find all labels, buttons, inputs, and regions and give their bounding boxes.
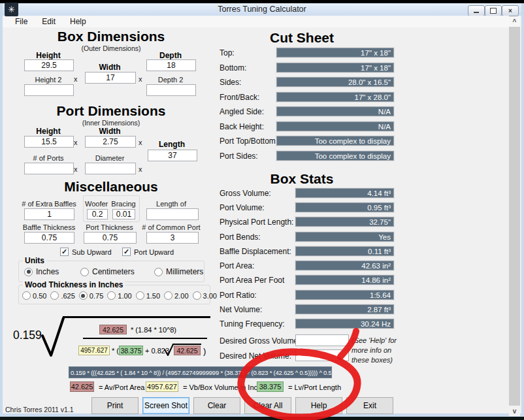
box-depth-label: Depth — [146, 51, 195, 60]
radio-wood-150[interactable]: 1.50 — [136, 291, 160, 300]
radio-dot-icon — [154, 268, 163, 276]
radio-centimeters[interactable]: Centimeters — [80, 267, 135, 276]
units-group-title: Units — [23, 256, 46, 265]
port-width-input[interactable] — [85, 136, 136, 148]
radio-wood-200[interactable]: 2.00 — [164, 291, 188, 300]
legend-av-box: 42.625 — [70, 381, 94, 392]
box-stats-row-label: Port Ratio: — [220, 291, 257, 300]
print-button[interactable]: Print — [91, 397, 139, 414]
radio-wood-625[interactable]: .625 — [50, 291, 74, 300]
window-right-border — [521, 3, 524, 417]
radio-millimeters[interactable]: Millimeters — [154, 267, 203, 276]
window-title: Torres Tuning Calculator — [3, 5, 521, 14]
port-dimensions-subtitle: (Inner Dimensions) — [20, 119, 203, 127]
cut-sheet-row-value: 28.0" x 16.5" — [276, 77, 394, 87]
port-upward-checkbox[interactable]: ✓ Port Upward — [122, 248, 174, 256]
legend-vb-label: = Vb/Box Volume in Inches — [183, 383, 269, 391]
window-left-border — [0, 3, 3, 417]
radio-wood-300[interactable]: 3.00 — [193, 291, 217, 300]
box-stats-row-label: Port Bends: — [220, 233, 261, 242]
maximize-button[interactable] — [485, 5, 502, 16]
screen-shot-button[interactable]: Screen Shot — [142, 397, 189, 414]
baffle-thickness-input[interactable] — [24, 232, 74, 244]
multiply-sign: x — [74, 165, 78, 173]
miscellaneous-title: Miscellaneous — [20, 179, 203, 195]
bracing-input[interactable] — [112, 209, 135, 219]
num-ports-input[interactable] — [24, 163, 74, 174]
scrollbar-track[interactable] — [509, 27, 520, 406]
wood-thickness-group: Wood Thickness in Inches 0.50 .625 0.75 … — [18, 285, 210, 304]
menu-bar: File Edit Help — [3, 16, 509, 27]
cut-sheet-row-value: N/A — [276, 106, 394, 116]
radio-inches[interactable]: Inches — [24, 267, 59, 276]
box-stats-row-value: 42.63 in² — [295, 261, 394, 270]
port-thickness-input[interactable] — [84, 232, 137, 244]
clear-button[interactable]: Clear — [193, 397, 240, 414]
scrollbar-up-button[interactable]: ^ — [509, 16, 520, 27]
baffle-thickness-label: Baffle Thickness — [20, 223, 78, 231]
box-stats-row-label: Port Volume: — [220, 203, 265, 212]
radio-wood-100-label: 1.00 — [118, 292, 131, 300]
woofer-input[interactable] — [87, 209, 108, 219]
radio-wood-100[interactable]: 1.00 — [107, 291, 131, 300]
desired-net-input[interactable] — [295, 349, 349, 361]
av-value-box: 42.625 — [99, 325, 127, 334]
small-radical-icon — [164, 343, 174, 357]
wood-thickness-group-title: Wood Thickness in Inches — [23, 280, 125, 289]
cut-sheet-row-value: 17" x 18" — [276, 63, 394, 73]
radical-sign-icon — [41, 315, 67, 361]
radio-dot-icon — [136, 291, 144, 300]
multiply-sign: x — [74, 75, 78, 83]
cut-sheet-row-value: Too complex to display — [276, 136, 394, 146]
box-width-input[interactable] — [85, 72, 136, 84]
menu-help[interactable]: Help — [63, 17, 93, 26]
diameter-input[interactable] — [85, 163, 136, 174]
box-height-input[interactable] — [24, 59, 74, 71]
radio-wood-050-label: 0.50 — [33, 292, 46, 300]
port-thickness-label: Port Thickness — [82, 223, 137, 231]
minimize-button[interactable] — [468, 5, 485, 16]
box-depth2-input[interactable] — [146, 84, 196, 96]
box-height2-input[interactable] — [24, 84, 74, 96]
radio-dot-icon — [80, 268, 89, 276]
wood-thickness-options: 0.50 .625 0.75 1.00 1.50 2.00 3.00 — [22, 291, 217, 300]
box-stats-row-label: Gross Volume: — [220, 189, 271, 198]
radio-wood-075-label: 0.75 — [90, 292, 103, 300]
exit-button[interactable]: Exit — [346, 397, 393, 414]
help-button[interactable]: Help — [295, 397, 342, 414]
denominator-open: * ( — [112, 347, 119, 355]
common-walls-input[interactable] — [146, 232, 199, 244]
menu-edit[interactable]: Edit — [35, 17, 63, 26]
radio-dot-icon — [193, 291, 201, 300]
scrollbar-down-button[interactable]: v — [509, 406, 520, 416]
lv-value-box: 38.375 — [119, 346, 143, 355]
cut-sheet-row-label: Angled Side: — [220, 107, 264, 116]
box-height2-label: Height 2 — [24, 76, 73, 84]
window-bottom-edge — [0, 417, 524, 420]
legend-lv-box: 38.375 — [257, 381, 284, 392]
box-depth-input[interactable] — [146, 59, 196, 71]
bracing-label: Bracing — [110, 200, 137, 208]
close-icon: × — [508, 8, 512, 14]
external-port-input[interactable] — [146, 208, 199, 220]
box-stats-row-label: Baffle Displacement: — [220, 247, 291, 256]
port-length-input[interactable] — [148, 150, 197, 161]
radio-dot-icon — [79, 291, 88, 300]
radio-wood-050[interactable]: 0.50 — [22, 291, 46, 300]
cut-sheet-row-label: Top: — [220, 48, 235, 57]
port-height-input[interactable] — [24, 136, 74, 148]
units-group: Units Inches Centimeters Millimeters — [18, 261, 205, 282]
radio-wood-200-label: 2.00 — [174, 292, 188, 300]
close-button[interactable]: × — [502, 5, 519, 16]
desired-gross-input[interactable] — [295, 334, 349, 346]
extra-baffles-input[interactable] — [24, 208, 74, 220]
legend-av-label: = Av/Port Area — [99, 383, 144, 391]
cut-sheet-row-label: Sides: — [220, 78, 241, 87]
sub-upward-checkbox[interactable]: ✓ Sub Upward — [60, 248, 112, 256]
menu-file[interactable]: File — [8, 17, 35, 26]
minimize-icon — [474, 12, 479, 13]
maximize-icon — [490, 8, 497, 14]
checkbox-check-icon: ✓ — [60, 248, 69, 256]
clear-all-button[interactable]: Clear All — [244, 397, 291, 414]
radio-wood-075[interactable]: 0.75 — [79, 291, 103, 300]
